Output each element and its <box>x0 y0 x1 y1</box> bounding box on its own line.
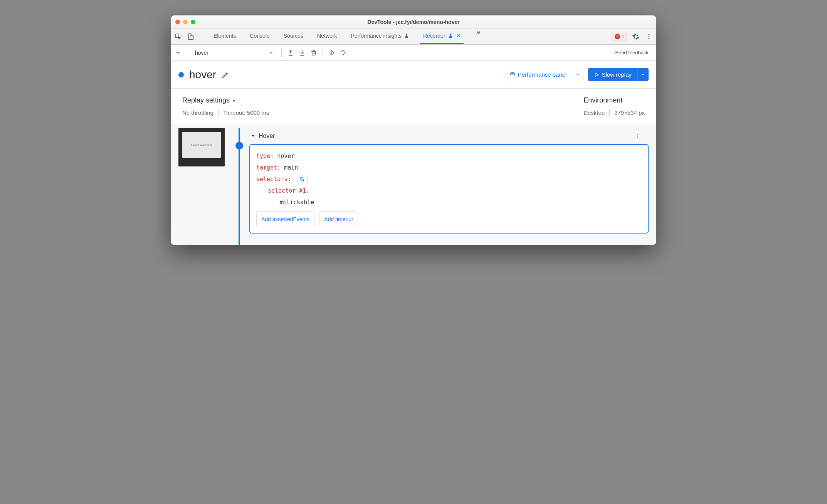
performance-panel-dropdown[interactable] <box>572 68 583 81</box>
performance-panel-button[interactable]: Performance panel <box>504 68 572 81</box>
recording-header: hover Performance panel <box>171 61 656 89</box>
svg-point-5 <box>649 38 650 39</box>
button-label: Performance panel <box>518 71 567 78</box>
recording-status-dot <box>178 72 184 77</box>
add-asserted-events-button[interactable]: Add assertedEvents <box>256 211 314 227</box>
slow-replay-dropdown[interactable] <box>637 68 649 81</box>
timeout-value: Timeout: 5000 ms <box>223 109 269 116</box>
key-label: target <box>256 164 277 171</box>
timeline: Hover type: hover target: main selectors… <box>234 128 649 234</box>
flask-icon <box>448 33 453 39</box>
tab-sources[interactable]: Sources <box>281 29 306 44</box>
import-icon[interactable] <box>298 49 306 57</box>
key-label: type <box>256 153 270 160</box>
step-through-icon[interactable] <box>328 49 336 57</box>
dimensions-value: 379×534 px <box>614 109 645 116</box>
divider <box>187 49 187 57</box>
chevron-down-icon <box>268 50 274 55</box>
inspect-element-icon[interactable] <box>174 32 182 41</box>
environment-label: Environment <box>583 96 645 104</box>
device-toolbar-icon[interactable] <box>186 32 195 41</box>
slow-replay-button[interactable]: Slow replay <box>588 68 637 81</box>
main-tabbar: Elements Console Sources Network Perform… <box>171 29 656 45</box>
step-type-row[interactable]: type: hover <box>256 150 642 162</box>
recording-select-value: hover <box>195 50 208 56</box>
tab-network[interactable]: Network <box>314 29 340 44</box>
step-marker <box>235 142 243 150</box>
tab-performance-insights[interactable]: Performance insights <box>348 29 412 44</box>
recorder-toolbar: hover Send feedback <box>171 45 656 61</box>
svg-point-9 <box>637 137 639 138</box>
value-label: #clickable <box>279 199 314 206</box>
window-title: DevTools - jec.fyi/demo/menu-hover <box>367 19 459 25</box>
error-badge[interactable]: ✕ 1 <box>612 33 627 40</box>
settings-icon[interactable] <box>632 32 640 41</box>
steps-area: Hover over me! Hover type: hover target:… <box>171 124 656 245</box>
throttling-value: No throttling <box>182 109 213 116</box>
svg-point-3 <box>649 34 650 35</box>
edit-title-icon[interactable] <box>222 71 229 79</box>
chevron-down-icon <box>251 134 255 138</box>
minimize-window-button[interactable] <box>183 20 188 24</box>
tab-label: Recorder <box>423 33 445 39</box>
key-label: selector #1 <box>268 187 306 194</box>
key-label: selectors <box>256 176 287 183</box>
svg-point-6 <box>343 54 344 55</box>
device-value: Desktop <box>583 109 605 116</box>
divider <box>609 109 610 116</box>
close-window-button[interactable] <box>175 20 180 24</box>
selector-picker-icon[interactable] <box>298 175 308 184</box>
divider <box>281 49 282 57</box>
step-thumbnail[interactable]: Hover over me! <box>178 128 225 166</box>
traffic-lights <box>175 20 195 24</box>
svg-point-8 <box>637 136 639 137</box>
kebab-menu-icon[interactable] <box>645 32 653 41</box>
devtools-window: DevTools - jec.fyi/demo/menu-hover Eleme… <box>171 15 656 245</box>
button-label: Slow replay <box>602 71 632 78</box>
titlebar: DevTools - jec.fyi/demo/menu-hover <box>171 15 656 29</box>
settings-row: Replay settings No throttling Timeout: 5… <box>171 89 656 124</box>
value-label: hover <box>277 153 294 160</box>
recording-select[interactable]: hover <box>192 48 277 57</box>
svg-point-7 <box>637 134 639 135</box>
replay-settings-label: Replay settings <box>182 96 230 104</box>
svg-rect-2 <box>190 35 193 40</box>
step-selectors-row[interactable]: selectors: <box>256 173 642 185</box>
close-tab-icon[interactable]: × <box>457 32 461 39</box>
more-tabs-icon[interactable] <box>474 29 483 37</box>
error-icon: ✕ <box>615 34 620 39</box>
export-icon[interactable] <box>286 49 295 57</box>
chevron-right-icon <box>232 98 237 103</box>
recording-title: hover <box>189 69 216 81</box>
step-target-row[interactable]: target: main <box>256 162 642 173</box>
step-title: Hover <box>259 133 275 139</box>
flask-icon <box>404 33 409 39</box>
tab-label: Performance insights <box>351 33 402 39</box>
step-details: type: hover target: main selectors: sele… <box>249 144 649 234</box>
divider <box>201 32 201 41</box>
step-menu-icon[interactable] <box>635 133 647 139</box>
maximize-window-button[interactable] <box>191 20 195 24</box>
slow-replay-group: Slow replay <box>588 68 649 81</box>
new-recording-icon[interactable] <box>174 49 182 57</box>
performance-panel-group: Performance panel <box>504 68 584 81</box>
panel-tabs: Elements Console Sources Network Perform… <box>210 29 483 44</box>
add-timeout-button[interactable]: Add timeout <box>319 211 358 227</box>
play-icon <box>594 72 599 77</box>
tab-console[interactable]: Console <box>247 29 272 44</box>
selector-1-value-row[interactable]: #clickable <box>256 197 642 208</box>
step-header[interactable]: Hover <box>249 128 649 144</box>
delete-icon[interactable] <box>309 49 318 57</box>
step-over-icon[interactable] <box>339 49 348 57</box>
divider <box>323 49 323 57</box>
tab-recorder[interactable]: Recorder × <box>420 29 464 44</box>
send-feedback-link[interactable]: Send feedback <box>615 50 653 55</box>
svg-point-4 <box>649 36 650 37</box>
replay-settings-toggle[interactable]: Replay settings <box>182 96 269 104</box>
error-count: 1 <box>622 34 624 39</box>
selector-1-row[interactable]: selector #1: <box>256 185 642 197</box>
tab-elements[interactable]: Elements <box>210 29 239 44</box>
gauge-icon <box>509 72 516 78</box>
value-label: main <box>284 164 298 171</box>
thumbnail-content: Hover over me! <box>182 132 221 158</box>
